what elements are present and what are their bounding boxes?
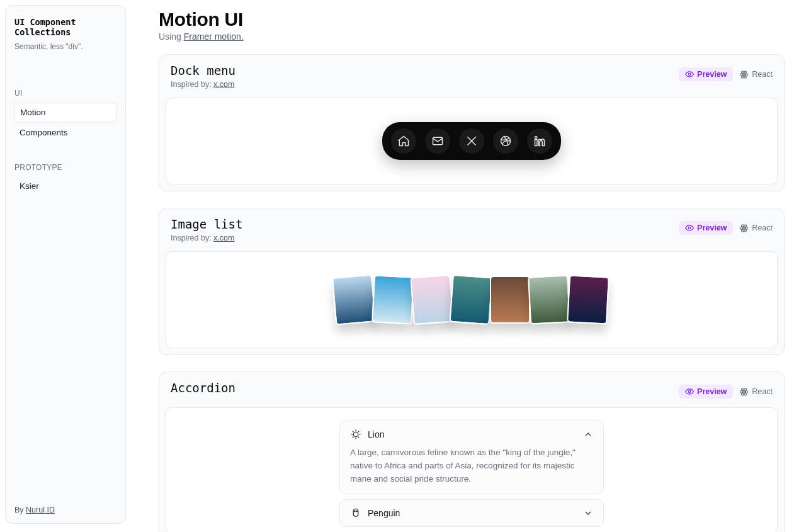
image-thumb[interactable]	[372, 274, 414, 324]
lion-icon	[350, 429, 361, 440]
inspired-prefix: Inspired by:	[171, 80, 213, 89]
inspired-link[interactable]: x.com	[213, 234, 234, 242]
svg-rect-7	[535, 140, 537, 146]
card-title: Dock menu	[171, 64, 236, 77]
accordion-content: A large, carnivorous feline known as the…	[350, 446, 593, 486]
footer-prefix: By	[14, 506, 26, 514]
card-accordion: Accordion Preview React	[159, 371, 785, 532]
framer-motion-link[interactable]: Framer motion.	[184, 31, 244, 42]
inspired-link[interactable]: x.com	[213, 80, 234, 89]
image-thumb[interactable]	[332, 274, 376, 325]
image-thumb[interactable]	[410, 274, 453, 325]
nav-section-prototype: PROTOTYPE Ksier	[14, 163, 116, 195]
image-thumb[interactable]	[528, 274, 570, 324]
sidebar-subtitle: Semantic, less "div".	[14, 42, 116, 51]
tab-label: React	[752, 387, 773, 396]
penguin-icon	[350, 507, 361, 519]
card-subtitle: Inspired by: x.com	[171, 80, 236, 89]
sidebar-footer: By Nurul ID	[14, 506, 55, 514]
tab-react[interactable]: React	[739, 387, 773, 397]
dribbble-icon	[499, 135, 512, 147]
tab-label: Preview	[697, 387, 727, 396]
chevron-up-icon	[583, 429, 593, 439]
nav-section-ui: UI Motion Components	[14, 89, 116, 142]
tab-label: React	[752, 70, 773, 79]
eye-icon	[685, 224, 694, 232]
page-subtitle: Using Framer motion.	[159, 31, 785, 42]
tab-preview[interactable]: Preview	[679, 221, 733, 235]
sidebar: UI Component Collections Semantic, less …	[5, 5, 126, 524]
x-icon	[465, 135, 478, 147]
accordion: Lion A large, carnivorous feline known a…	[339, 421, 604, 527]
react-icon	[739, 387, 749, 397]
card-title: Accordion	[171, 381, 236, 395]
dock-x-button[interactable]	[459, 128, 484, 154]
nav-item-ksier[interactable]: Ksier	[14, 177, 116, 195]
accordion-title: Lion	[368, 429, 384, 439]
card-body	[166, 251, 778, 348]
card-dock-menu: Dock menu Inspired by: x.com Preview Rea…	[159, 54, 785, 191]
dock-dribbble-button[interactable]	[493, 128, 518, 154]
image-thumb[interactable]	[449, 274, 492, 325]
linkedin-icon	[533, 135, 546, 147]
dock-home-button[interactable]	[391, 128, 416, 154]
nav-item-components[interactable]: Components	[14, 123, 116, 142]
react-icon	[739, 70, 749, 79]
svg-point-8	[535, 137, 537, 139]
tab-preview[interactable]: Preview	[679, 385, 733, 399]
card-body	[166, 98, 778, 184]
mail-icon	[431, 135, 444, 147]
card-body: Lion A large, carnivorous feline known a…	[166, 407, 778, 532]
svg-point-21	[356, 511, 358, 512]
main-content: Motion UI Using Framer motion. Dock menu…	[131, 0, 806, 532]
card-subtitle: Inspired by: x.com	[171, 234, 242, 242]
svg-point-14	[688, 390, 691, 393]
svg-point-1	[744, 74, 746, 76]
accordion-item-lion: Lion A large, carnivorous feline known a…	[339, 421, 604, 494]
sidebar-title: UI Component Collections	[14, 17, 116, 37]
accordion-header[interactable]: Penguin	[350, 507, 593, 519]
image-list	[335, 276, 608, 324]
dock-linkedin-button[interactable]	[527, 128, 552, 154]
tab-label: Preview	[697, 70, 727, 79]
inspired-prefix: Inspired by:	[171, 234, 213, 242]
svg-point-10	[744, 227, 746, 229]
nav-item-motion[interactable]: Motion	[14, 103, 116, 122]
tab-react[interactable]: React	[739, 224, 773, 233]
svg-point-9	[688, 227, 691, 229]
card-image-list: Image list Inspired by: x.com Preview Re…	[159, 208, 785, 355]
image-thumb[interactable]	[567, 274, 610, 324]
dock-mail-button[interactable]	[425, 128, 450, 154]
card-tabs: Preview React	[679, 221, 773, 235]
chevron-down-icon	[583, 508, 593, 518]
nav-section-label: PROTOTYPE	[14, 163, 116, 172]
accordion-title: Penguin	[368, 508, 400, 518]
card-title: Image list	[171, 217, 242, 231]
accordion-item-penguin: Penguin	[339, 499, 604, 527]
page-title: Motion UI	[159, 9, 785, 30]
svg-point-15	[744, 391, 746, 393]
eye-icon	[685, 70, 694, 79]
tab-preview[interactable]: Preview	[679, 67, 733, 81]
accordion-header[interactable]: Lion	[350, 429, 593, 440]
nav-section-label: UI	[14, 89, 116, 98]
home-icon	[397, 135, 410, 147]
dock	[382, 122, 561, 160]
tab-label: React	[752, 224, 773, 232]
svg-point-19	[353, 432, 358, 437]
footer-link[interactable]: Nurul ID	[26, 506, 55, 514]
card-tabs: Preview React	[679, 385, 773, 399]
image-thumb[interactable]	[490, 276, 530, 324]
tab-react[interactable]: React	[739, 70, 773, 79]
svg-point-20	[355, 511, 356, 512]
eye-icon	[685, 387, 694, 396]
card-tabs: Preview React	[679, 67, 773, 81]
svg-point-0	[688, 73, 691, 76]
subtitle-prefix: Using	[159, 31, 184, 42]
tab-label: Preview	[697, 224, 727, 232]
react-icon	[739, 224, 749, 233]
